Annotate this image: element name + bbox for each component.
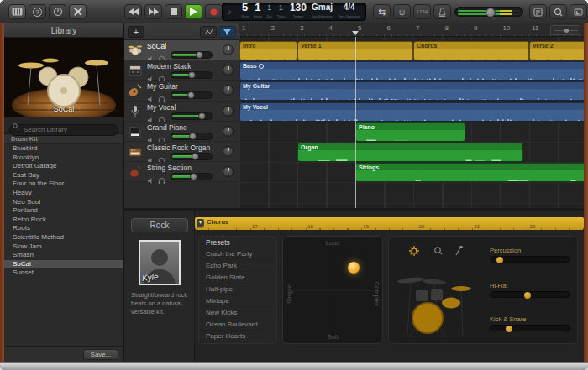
- preset-item[interactable]: Echo Park: [199, 260, 276, 272]
- mute-icon[interactable]: [147, 173, 155, 188]
- master-volume-slider[interactable]: [454, 7, 523, 17]
- library-item[interactable]: Detroit Garage: [4, 162, 123, 171]
- xy-pad[interactable]: Loud Soft Simple Complex: [282, 236, 383, 344]
- region-bass[interactable]: Bass: [239, 61, 584, 81]
- lcd-display[interactable]: ♪ 5Bars1Beats1Div1Ticks 130 Tempo Gmaj K…: [222, 3, 366, 21]
- preset-item[interactable]: Half-pipe: [199, 284, 276, 295]
- volume-knob[interactable]: [189, 133, 197, 140]
- search-input[interactable]: [9, 124, 118, 136]
- playhead-handle[interactable]: [352, 31, 359, 39]
- playhead[interactable]: [355, 37, 356, 208]
- volume-knob[interactable]: [190, 173, 197, 180]
- library-item[interactable]: Four on the Floor: [4, 180, 123, 189]
- kit-toolbar[interactable]: [407, 245, 483, 257]
- track-header[interactable]: String Section: [124, 162, 239, 182]
- rewind-button[interactable]: [124, 4, 142, 19]
- track-volume-slider[interactable]: [171, 51, 213, 59]
- count-in-button[interactable]: 1234: [413, 4, 431, 19]
- hi-hat-cymbal[interactable]: [451, 286, 471, 291]
- master-volume-knob[interactable]: [486, 8, 496, 18]
- forward-button[interactable]: [144, 4, 162, 19]
- track-volume-slider[interactable]: [171, 153, 213, 160]
- region-my-vocal[interactable]: My Vocal: [239, 102, 584, 122]
- mixer-button[interactable]: [218, 26, 236, 38]
- preset-item[interactable]: Ocean Boulevard: [199, 319, 276, 331]
- track-header[interactable]: Modern Stack: [124, 60, 239, 81]
- pan-knob[interactable]: [223, 44, 234, 55]
- library-item[interactable]: Bluebird: [4, 144, 123, 154]
- media-browser-button[interactable]: [570, 4, 587, 19]
- kit-slider-knob[interactable]: [524, 292, 531, 299]
- region-strings[interactable]: Strings: [355, 163, 584, 182]
- track-volume-slider[interactable]: [171, 112, 213, 120]
- solo-icon[interactable]: [158, 173, 165, 188]
- library-item[interactable]: Smash: [4, 251, 123, 260]
- library-item[interactable]: Roots: [4, 224, 123, 233]
- ride-cymbal[interactable]: [423, 279, 446, 285]
- region-organ[interactable]: Organ: [297, 143, 523, 162]
- automation-button[interactable]: [200, 26, 217, 38]
- preset-item[interactable]: Paper Hearts: [199, 331, 276, 342]
- record-button[interactable]: [205, 4, 223, 19]
- region-my-guitar[interactable]: My Guitar: [239, 81, 584, 101]
- track-header[interactable]: My Vocal: [124, 102, 239, 122]
- editors-button[interactable]: [69, 4, 87, 19]
- region-verse-2[interactable]: Verse 2: [529, 41, 584, 60]
- library-toggle-button[interactable]: [8, 4, 26, 19]
- preset-item[interactable]: Crash the Party: [199, 248, 276, 260]
- editor-ruler[interactable]: ▾ Chorus 16171819202122: [195, 217, 584, 230]
- library-item[interactable]: East Bay: [4, 171, 123, 180]
- pan-knob[interactable]: [223, 166, 234, 177]
- add-track-button[interactable]: +: [128, 26, 144, 38]
- tuner-button[interactable]: ψ: [393, 4, 411, 19]
- drummer-photo[interactable]: Kyle: [139, 240, 181, 285]
- kit-slider-track[interactable]: [490, 291, 570, 298]
- track-volume-slider[interactable]: [171, 173, 213, 180]
- loop-browser-button[interactable]: [549, 4, 567, 19]
- library-item[interactable]: Heavy: [4, 189, 123, 198]
- track-header[interactable]: My Guitar: [124, 81, 239, 101]
- track-volume-slider[interactable]: [171, 91, 213, 99]
- metronome-button[interactable]: [433, 4, 451, 19]
- kit-slider-track[interactable]: [490, 325, 570, 331]
- pan-knob[interactable]: [223, 106, 234, 117]
- preset-item[interactable]: Mixtape: [199, 295, 276, 307]
- drum-kit-graphic[interactable]: [392, 258, 485, 342]
- library-item[interactable]: Scientific Method: [4, 233, 123, 242]
- region-intro[interactable]: Intro: [239, 41, 297, 60]
- track-volume-slider[interactable]: [171, 71, 213, 79]
- smart-controls-button[interactable]: [49, 4, 66, 19]
- cycle-button[interactable]: ⇆: [373, 4, 391, 19]
- notepad-button[interactable]: [529, 4, 547, 19]
- library-item[interactable]: SoCal: [4, 260, 123, 269]
- library-item[interactable]: Portland: [4, 206, 123, 216]
- preset-item[interactable]: Golden State: [199, 272, 276, 284]
- track-header[interactable]: Classic Rock Organ: [124, 142, 239, 162]
- tom-drum[interactable]: [416, 290, 428, 301]
- region-chorus[interactable]: Chorus: [413, 41, 529, 60]
- horizontal-zoom-slider[interactable]: [550, 25, 580, 35]
- play-button[interactable]: [185, 4, 202, 19]
- quick-help-button[interactable]: ?: [29, 4, 46, 19]
- kit-slider-knob[interactable]: [506, 326, 512, 332]
- track-header[interactable]: SoCal: [124, 40, 239, 60]
- bar-ruler[interactable]: 1234567891011: [239, 23, 584, 37]
- volume-knob[interactable]: [196, 51, 203, 59]
- tom-drum[interactable]: [431, 289, 443, 300]
- library-category[interactable]: Drum Kit: [4, 134, 123, 144]
- volume-knob[interactable]: [198, 112, 206, 120]
- library-item[interactable]: Neo Soul: [4, 198, 123, 207]
- genre-select-button[interactable]: Rock: [131, 218, 188, 232]
- pan-knob[interactable]: [223, 65, 234, 76]
- region-piano[interactable]: Piano: [355, 122, 465, 142]
- library-item[interactable]: Sunset: [4, 268, 123, 278]
- volume-knob[interactable]: [187, 91, 195, 99]
- save-button[interactable]: Save...: [83, 349, 118, 360]
- kit-slider-knob[interactable]: [496, 257, 503, 263]
- library-item[interactable]: Slow Jam: [4, 242, 123, 252]
- track-volume-slider[interactable]: [171, 133, 213, 140]
- pan-knob[interactable]: [223, 146, 234, 157]
- track-header[interactable]: Grand Piano: [124, 122, 239, 142]
- library-item[interactable]: Retro Rock: [4, 216, 123, 225]
- preset-item[interactable]: New Kicks: [199, 307, 276, 319]
